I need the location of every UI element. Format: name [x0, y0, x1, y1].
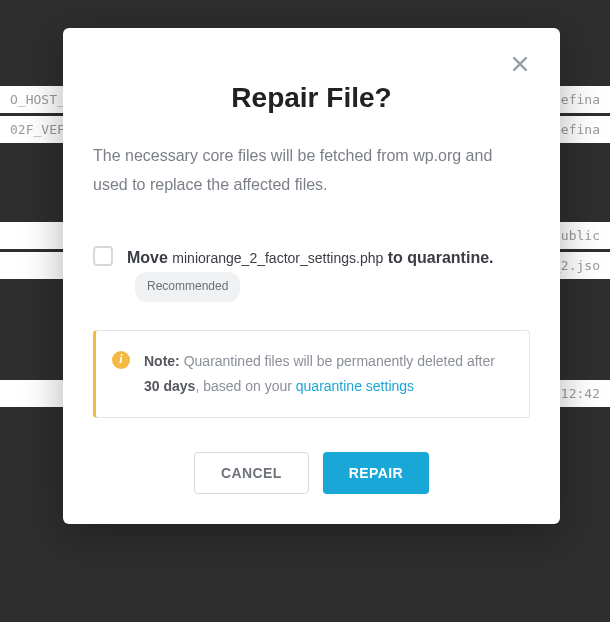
quarantine-checkbox[interactable]: [93, 246, 113, 266]
cancel-button[interactable]: CANCEL: [194, 452, 309, 494]
repair-file-modal: Repair File? The necessary core files wi…: [63, 28, 560, 524]
repair-button[interactable]: REPAIR: [323, 452, 429, 494]
filename: miniorange_2_factor_settings.php: [172, 250, 383, 266]
note-text: Note: Quarantined files will be permanen…: [144, 349, 511, 399]
quarantine-option: Move miniorange_2_factor_settings.php to…: [93, 244, 530, 302]
modal-actions: CANCEL REPAIR: [93, 452, 530, 494]
info-icon: i: [112, 351, 130, 369]
close-icon[interactable]: [510, 54, 530, 74]
quarantine-settings-link[interactable]: quarantine settings: [296, 378, 414, 394]
modal-title: Repair File?: [93, 82, 530, 114]
recommended-badge: Recommended: [135, 272, 240, 302]
modal-description: The necessary core files will be fetched…: [93, 142, 530, 200]
note-box: i Note: Quarantined files will be perman…: [93, 330, 530, 418]
quarantine-label: Move miniorange_2_factor_settings.php to…: [127, 244, 530, 302]
